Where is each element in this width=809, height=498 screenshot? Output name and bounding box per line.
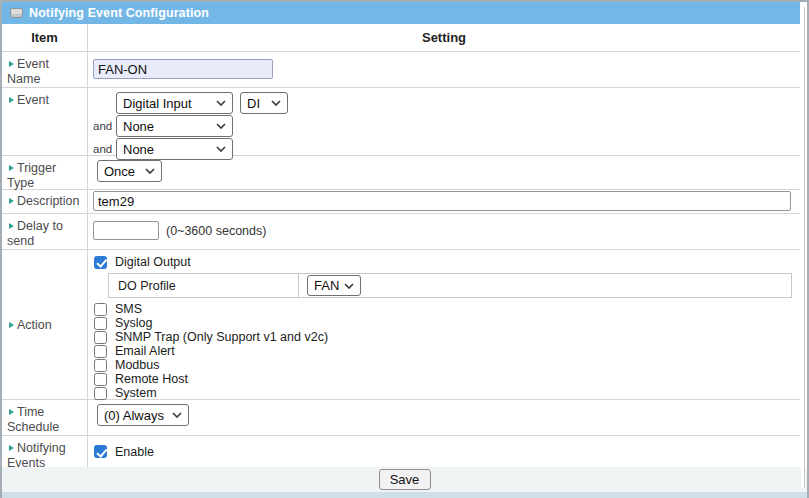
event-name-input[interactable] [93,59,273,79]
scrollbar[interactable] [801,7,805,488]
bullet-arrow-icon [9,322,14,328]
sms-label: SMS [115,302,142,316]
chevron-down-icon [145,168,155,174]
system-checkbox[interactable] [94,387,107,400]
bullet-arrow-icon [9,198,14,204]
event-subtype-select[interactable]: DI [240,92,288,114]
notifying-event-config-panel: Notifying Event Configuration Item Setti… [0,0,809,498]
row-delay-to-send: Delay to send (0~3600 seconds) [2,214,800,250]
page-title: Notifying Event Configuration [29,6,209,20]
footer-bar: Save [2,467,807,492]
description-input[interactable] [93,191,791,211]
delay-hint: (0~3600 seconds) [166,224,266,238]
bottom-strip [2,492,809,498]
table-header-row: Item Setting [2,24,800,52]
action-label: Action [17,318,52,332]
event-label: Event [17,93,49,107]
delay-input[interactable] [93,221,159,240]
bullet-arrow-icon [9,445,14,451]
chevron-down-icon [216,146,226,152]
row-time-schedule: Time Schedule (0) Always [2,400,800,436]
modbus-label: Modbus [115,358,159,372]
chevron-down-icon [344,283,354,289]
event-and-select-1[interactable]: None [116,115,233,137]
delay-label: Delay to send [7,219,63,248]
digital-output-checkbox[interactable] [94,256,107,269]
system-label: System [115,386,157,400]
syslog-label: Syslog [115,316,153,330]
row-trigger-type: Trigger Type Once [2,156,800,190]
event-type-select[interactable]: Digital Input [116,92,233,114]
save-button[interactable]: Save [379,469,431,490]
enable-label: Enable [115,445,154,459]
modbus-checkbox[interactable] [94,359,107,372]
syslog-checkbox[interactable] [94,317,107,330]
chevron-down-icon [216,123,226,129]
remote-host-checkbox[interactable] [94,373,107,386]
trigger-type-label: Trigger Type [7,161,56,190]
window-panel-icon [10,8,23,18]
do-profile-table: DO Profile FAN [108,273,792,298]
digital-output-label: Digital Output [115,255,191,269]
time-schedule-label: Time Schedule [7,405,59,434]
bullet-arrow-icon [9,409,14,415]
time-schedule-select[interactable]: (0) Always [97,404,189,426]
and-label: and [93,120,114,132]
chevron-down-icon [216,100,226,106]
column-header-item: Item [2,24,88,51]
row-description: Description [2,190,800,214]
sms-checkbox[interactable] [94,303,107,316]
snmp-trap-checkbox[interactable] [94,331,107,344]
row-event-name: Event Name [2,52,800,88]
snmp-trap-label: SNMP Trap (Only Support v1 and v2c) [115,330,328,344]
bullet-arrow-icon [9,223,14,229]
row-notifying-events: Notifying Events Enable [2,436,800,467]
bullet-arrow-icon [9,165,14,171]
chevron-down-icon [172,412,182,418]
do-profile-label: DO Profile [109,274,299,297]
do-profile-select[interactable]: FAN [307,275,361,296]
trigger-type-select[interactable]: Once [97,160,162,182]
column-header-setting: Setting [88,24,800,51]
notifying-events-label: Notifying Events [7,441,66,470]
row-event: Event Digital Input DI and N [2,88,800,156]
row-action: Action Digital Output DO Profile FAN [2,250,800,400]
bullet-arrow-icon [9,61,14,67]
bullet-arrow-icon [9,97,14,103]
enable-checkbox[interactable] [94,445,107,458]
description-label: Description [17,194,80,208]
email-alert-label: Email Alert [115,344,175,358]
chevron-down-icon [271,100,281,106]
remote-host-label: Remote Host [115,372,188,386]
email-alert-checkbox[interactable] [94,345,107,358]
title-bar: Notifying Event Configuration [2,2,800,24]
and-label: and [93,143,114,155]
